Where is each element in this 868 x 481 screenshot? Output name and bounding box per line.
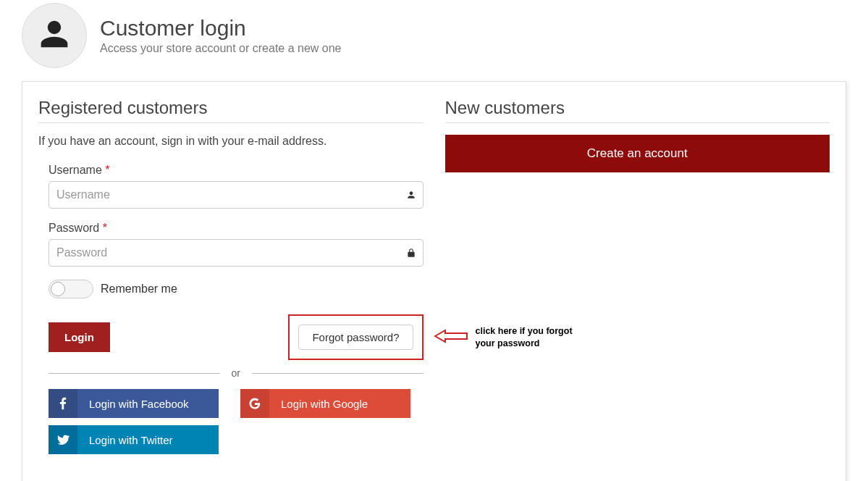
login-google-button[interactable]: Login with Google (240, 389, 410, 418)
new-customers-heading: New customers (445, 98, 830, 123)
username-input[interactable] (49, 181, 424, 209)
user-icon (406, 190, 416, 200)
user-icon (38, 18, 70, 53)
forgot-annotation: click here if you forgot your password (434, 325, 593, 349)
divider-label: or (232, 367, 240, 379)
forgot-annotation-text: click here if you forgot your password (476, 325, 593, 349)
action-row: Login Forgot password? click here if you… (38, 314, 424, 360)
registered-intro: If you have an account, sign in with you… (38, 135, 424, 148)
forgot-password-button[interactable]: Forgot password? (298, 325, 413, 350)
facebook-icon (49, 389, 77, 418)
create-account-button[interactable]: Create an account (445, 135, 830, 172)
lock-icon (406, 248, 416, 258)
new-customers-column: New customers Create an account (445, 98, 830, 461)
required-marker: * (105, 164, 109, 176)
arrow-left-icon (434, 327, 468, 348)
page-subtitle: Access your store account or create a ne… (100, 42, 342, 55)
login-button[interactable]: Login (49, 322, 110, 352)
password-input[interactable] (49, 239, 424, 267)
username-label: Username * (49, 164, 424, 177)
username-group: Username * (38, 164, 424, 209)
registered-heading: Registered customers (38, 98, 424, 123)
registered-column: Registered customers If you have an acco… (38, 98, 424, 461)
password-group: Password * (38, 222, 424, 267)
required-marker: * (103, 222, 107, 234)
google-icon (240, 389, 269, 418)
page-title: Customer login (100, 16, 342, 41)
toggle-knob (51, 282, 65, 296)
page-header: Customer login Access your store account… (22, 3, 846, 68)
login-card: Registered customers If you have an acco… (22, 81, 846, 481)
twitter-icon (49, 425, 77, 454)
password-label: Password * (49, 222, 424, 235)
forgot-highlight-box: Forgot password? (288, 314, 423, 360)
avatar (22, 3, 87, 68)
remember-row: Remember me (38, 280, 424, 298)
remember-toggle[interactable] (49, 280, 93, 298)
remember-label: Remember me (101, 283, 177, 296)
login-twitter-button[interactable]: Login with Twitter (49, 425, 219, 454)
login-facebook-button[interactable]: Login with Facebook (49, 389, 219, 418)
social-divider: or (49, 367, 424, 379)
